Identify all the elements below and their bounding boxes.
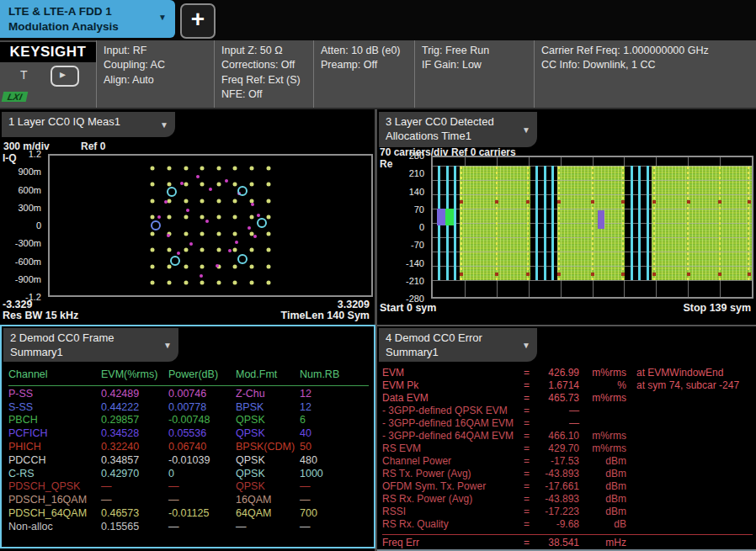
constellation-dot: [216, 231, 221, 236]
summary-row: EVM=426.99m%rmsat EVMWindowEnd: [382, 367, 753, 379]
error-scatter-point: [225, 179, 228, 183]
cell-mod: QPSK: [236, 427, 300, 441]
cell-channel: PCFICH: [8, 427, 101, 441]
panel-error-summary: 4 Demod CC0 Error Summary1 ▼ EVM=426.99m…: [377, 325, 756, 551]
tab-title-line1: LTE & LTE-A FDD 1: [8, 4, 167, 19]
summary-extra: [626, 468, 753, 480]
panel3-title-line2: Allocations Time1: [386, 130, 519, 144]
constellation-dot: [184, 183, 188, 187]
summary-val: -17.661: [535, 480, 579, 493]
error-scatter-point: [186, 209, 189, 212]
header-col-atten: Atten: 10 dB (e0) Preamp: Off: [313, 40, 414, 108]
cell-evm: 0.32240: [101, 441, 168, 454]
constellation-dot: [200, 281, 205, 285]
summary-val: —: [535, 405, 579, 417]
control-symbol-line: [647, 166, 649, 280]
panel3-title-dropdown[interactable]: 3 Layer CC0 Detected Allocations Time1 ▼: [379, 112, 537, 147]
constellation-dot: [151, 231, 155, 236]
cell-evm: 0.42970: [101, 468, 168, 481]
y-tick: -70: [411, 240, 424, 250]
constellation-dot: [266, 231, 270, 236]
tab-title-line2: Modulation Analysis: [8, 19, 167, 34]
summary-extra: at sym 74, subcar -247: [626, 379, 753, 392]
panel-frame-summary: 2 Demod CC0 Frame Summary1 ▼ Channel EVM…: [0, 325, 375, 548]
marker-ring: [170, 256, 180, 266]
cell-power: 0: [168, 468, 236, 481]
header-line: NFE: Off: [221, 87, 313, 102]
tab-lte-modulation-analysis[interactable]: LTE & LTE-A FDD 1 Modulation Analysis ▼: [0, 0, 175, 38]
add-tab-button[interactable]: +: [180, 3, 216, 39]
summary-row: Channel Power=-17.53dBm: [382, 455, 753, 468]
allocation-block: [598, 210, 604, 229]
constellation-dot: [151, 215, 155, 220]
summary-row: - 3GPP-defined 16QAM EVM=—: [382, 417, 753, 430]
constellation-dot: [216, 183, 221, 187]
constellation-dot: [216, 281, 221, 285]
cell-numrb: 1000: [300, 468, 369, 481]
summary-label: - 3GPP-defined QPSK EVM: [382, 405, 524, 417]
constellation-dot: [216, 215, 221, 220]
rs-dot: [748, 200, 751, 204]
constellation-dot: [216, 248, 221, 252]
constellation-dot: [184, 264, 188, 268]
cell-evm: 0.34857: [101, 454, 168, 468]
constellation-dot: [233, 281, 237, 285]
ref-level-label: Ref 0: [81, 140, 105, 152]
x-min-label: -3.329: [3, 299, 32, 310]
cell-numrb: —: [300, 480, 369, 494]
summary-eq: =: [524, 493, 535, 506]
brand-sub-label: T: [20, 68, 28, 82]
panel4-title-dropdown[interactable]: 4 Demod CC0 Error Summary1 ▼: [379, 328, 537, 362]
constellation-dot: [216, 199, 221, 203]
constellation-dot: [184, 281, 188, 285]
cell-power: -0.01125: [168, 507, 236, 521]
start-sym-label: Start 0 sym: [380, 302, 436, 314]
summary-val: -17.223: [535, 506, 579, 518]
summary-separator: [382, 534, 753, 535]
constellation-dot: [233, 199, 237, 203]
cell-channel: P-SS: [8, 388, 101, 401]
summary-label: RS EVM: [382, 442, 524, 455]
summary-row: Freq Err=38.541mHz: [382, 537, 753, 549]
header-line: Corrections: Off: [221, 58, 313, 72]
constellation-plot[interactable]: [48, 154, 373, 297]
cell-mod: 64QAM: [236, 507, 300, 521]
header-line: Align: Auto: [104, 73, 214, 87]
constellation-dot: [200, 215, 205, 220]
y-axis-ticks: 280210140700-70-140-210-280: [377, 156, 429, 299]
stop-sym-label: Stop 139 sym: [683, 302, 751, 314]
constellation-dot: [233, 183, 237, 187]
summary-eq: =: [524, 455, 535, 468]
rs-dot: [495, 273, 498, 276]
error-scatter-point: [228, 249, 232, 252]
y-axis-ticks: 1.2900m600m300m0-300m-600m-900m-1.2: [0, 154, 46, 297]
cell-mod: —: [236, 521, 300, 534]
summary-unit: m%rms: [579, 367, 626, 379]
cell-numrb: 700: [300, 507, 369, 521]
constellation-dot: [250, 183, 254, 187]
constellation-dot: [200, 183, 205, 187]
marker-ring: [237, 186, 248, 196]
keysight-logo: KEYSIGHT: [0, 42, 96, 62]
panel1-title-dropdown[interactable]: 1 Layer CC0 IQ Meas1 ▼: [2, 112, 175, 137]
constellation-dot: [167, 183, 171, 187]
error-scatter-point: [180, 182, 184, 185]
constellation-dot: [184, 215, 188, 220]
summary-val: -43.893: [535, 493, 579, 506]
tab-dropdown-icon[interactable]: ▼: [158, 12, 167, 23]
panel2-title-dropdown[interactable]: 2 Demod CC0 Frame Summary1 ▼: [3, 328, 178, 362]
instrument-screen: LTE & LTE-A FDD 1 Modulation Analysis ▼ …: [0, 0, 756, 551]
constellation-dot: [233, 264, 237, 268]
rs-dot: [748, 273, 751, 276]
rs-dot: [718, 273, 721, 276]
error-scatter-point: [189, 242, 193, 246]
summary-extra: [626, 480, 753, 493]
summary-extra: [626, 518, 753, 531]
allocations-plot[interactable]: [431, 156, 753, 299]
resource-stripe: [748, 166, 749, 280]
cell-mod: QPSK: [236, 480, 300, 494]
cell-mod: 16QAM: [236, 494, 300, 507]
summary-extra: [626, 537, 753, 549]
summary-label: OFDM Sym. Tx. Power: [382, 480, 524, 493]
constellation-dot: [200, 166, 205, 170]
